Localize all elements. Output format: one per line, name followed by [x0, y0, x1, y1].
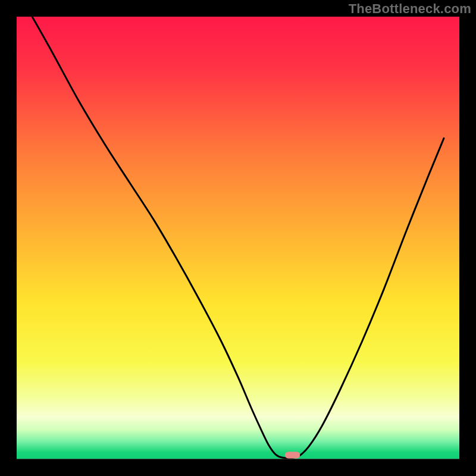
gradient-background [17, 17, 459, 459]
attribution-text: TheBottleneck.com [349, 1, 471, 17]
chart-container: TheBottleneck.com [0, 0, 476, 476]
bottleneck-chart [0, 0, 476, 476]
optimal-marker [285, 452, 300, 458]
